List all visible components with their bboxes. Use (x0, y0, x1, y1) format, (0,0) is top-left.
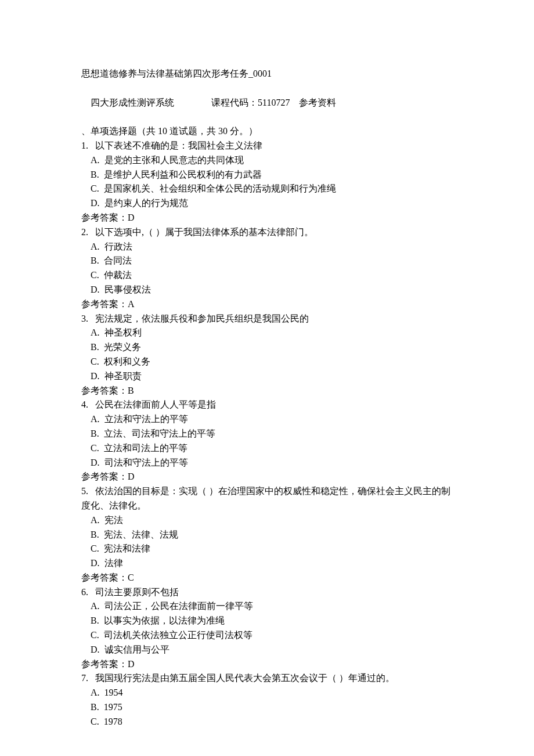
option-text: 仲裁法 (104, 270, 132, 280)
option-text: 宪法、法律、法规 (104, 530, 178, 539)
doc-subheader: 四大形成性测评系统 课程代码：5110727 参考资料 (81, 81, 453, 124)
spacer (88, 399, 95, 409)
option-text: 神圣权利 (104, 327, 142, 337)
option-separator: . (98, 558, 104, 568)
answer-prefix: 参考答案： (81, 573, 128, 582)
option-text: 行政法 (104, 242, 132, 251)
option-letter: D (91, 458, 98, 467)
option-separator: . (97, 255, 104, 265)
option-letter: C (91, 183, 97, 193)
option: D. 是约束人的行为规范 (81, 196, 453, 211)
question-stem: 5. 依法治国的目标是：实现（ ）在治理国家中的权威性和稳定性，确保社会主义民主… (81, 484, 453, 513)
option-text: 光荣义务 (104, 342, 141, 352)
answer-prefix: 参考答案： (81, 386, 128, 395)
question-number: 1. (81, 141, 88, 150)
option-text: 1954 (104, 687, 123, 697)
answer-value: D (128, 471, 135, 481)
question-number: 3. (81, 314, 88, 323)
option: C. 宪法和法律 (81, 542, 453, 556)
option-text: 司法公正，公民在法律面前一律平等 (104, 601, 253, 611)
question-text: 以下选项中,（ ）属于我国法律体系的基本法律部门。 (95, 227, 313, 237)
spacer (88, 673, 95, 683)
spacer (88, 227, 95, 237)
question-stem: 3. 宪法规定，依法服兵役和参加民兵组织是我国公民的 (81, 312, 453, 326)
reference-label: 参考资料 (299, 98, 336, 107)
option-letter: B (91, 530, 97, 539)
spacer (88, 314, 95, 323)
option: B. 1975 (81, 700, 453, 715)
answer-prefix: 参考答案： (81, 659, 128, 669)
option-separator: . (98, 198, 104, 208)
option-separator: . (98, 687, 104, 697)
question-stem: 6. 司法主要原则不包括 (81, 585, 453, 600)
question-stem: 4. 公民在法律面前人人平等是指 (81, 398, 453, 412)
answer-value: B (128, 386, 134, 395)
section-heading: 、单项选择题（共 10 道试题，共 30 分。） (81, 124, 453, 139)
option-letter: C (91, 270, 97, 280)
option-letter: A (91, 601, 98, 611)
option-text: 立法和司法上的平等 (104, 443, 187, 453)
option-letter: B (91, 702, 97, 712)
answer-prefix: 参考答案： (81, 299, 128, 309)
answer-line: 参考答案：D (81, 470, 453, 484)
option-text: 宪法和法律 (104, 543, 150, 553)
option-separator: . (98, 414, 104, 424)
question-text: 我国现行宪法是由第五届全国人民代表大会第五次会议于（ ）年通过的。 (95, 673, 395, 683)
option-text: 是约束人的行为规范 (104, 198, 188, 208)
option: D. 神圣职责 (81, 369, 453, 384)
option-letter: A (91, 414, 98, 424)
option: C. 司法机关依法独立公正行使司法权等 (81, 628, 453, 643)
option-text: 司法和守法上的平等 (104, 458, 188, 467)
option-separator: . (98, 242, 104, 251)
option-letter: B (91, 255, 97, 265)
answer-line: 参考答案：A (81, 297, 453, 312)
option-text: 合同法 (104, 255, 132, 265)
option-text: 权利和义务 (104, 357, 150, 366)
option: B. 光荣义务 (81, 340, 453, 355)
question-stem: 2. 以下选项中,（ ）属于我国法律体系的基本法律部门。 (81, 225, 453, 240)
option-separator: . (97, 270, 104, 280)
question-stem: 7. 我国现行宪法是由第五届全国人民代表大会第五次会议于（ ）年通过的。 (81, 671, 453, 686)
option-separator: . (97, 357, 104, 366)
option-letter: A (91, 155, 98, 165)
option-letter: A (91, 687, 98, 697)
option: B. 立法、司法和守法上的平等 (81, 427, 453, 441)
spacer (290, 98, 299, 107)
question-stem: 1. 以下表述不准确的是：我国社会主义法律 (81, 139, 453, 153)
option-letter: C (91, 357, 97, 366)
option-separator: . (97, 615, 104, 625)
question-number: 5. (81, 486, 88, 496)
option-text: 立法、司法和守法上的平等 (104, 429, 215, 438)
option-letter: C (91, 630, 97, 640)
doc-title: 思想道德修养与法律基础第四次形考任务_0001 (81, 67, 453, 81)
option: A. 神圣权利 (81, 326, 453, 340)
option-text: 是党的主张和人民意志的共同体现 (104, 155, 244, 165)
option-letter: C (91, 717, 97, 726)
option: B. 合同法 (81, 254, 453, 268)
option: B. 以事实为依据，以法律为准绳 (81, 614, 453, 628)
option-text: 以事实为依据，以法律为准绳 (104, 615, 225, 625)
option-separator: . (98, 458, 104, 467)
option: C. 仲裁法 (81, 268, 453, 283)
option: C. 权利和义务 (81, 355, 453, 369)
option-text: 是维护人民利益和公民权利的有力武器 (104, 170, 262, 179)
answer-value: C (128, 573, 134, 582)
answer-prefix: 参考答案： (81, 471, 128, 481)
option: B. 是维护人民利益和公民权利的有力武器 (81, 168, 453, 182)
option: D. 诚实信用与公平 (81, 643, 453, 657)
option: D. 司法和守法上的平等 (81, 456, 453, 470)
option-separator: . (98, 371, 104, 381)
answer-line: 参考答案：D (81, 657, 453, 672)
answer-value: D (128, 213, 135, 222)
option-text: 是国家机关、社会组织和全体公民的活动规则和行为准绳 (104, 183, 336, 193)
option-letter: D (91, 285, 98, 294)
option-separator: . (98, 155, 104, 165)
option-text: 1975 (104, 702, 122, 712)
answer-prefix: 参考答案： (81, 213, 128, 222)
option: C. 1978 (81, 715, 453, 729)
option-separator: . (97, 702, 104, 712)
spacer (88, 141, 95, 150)
option: D. 法律 (81, 556, 453, 571)
option-separator: . (98, 601, 104, 611)
option-separator: . (97, 543, 104, 553)
